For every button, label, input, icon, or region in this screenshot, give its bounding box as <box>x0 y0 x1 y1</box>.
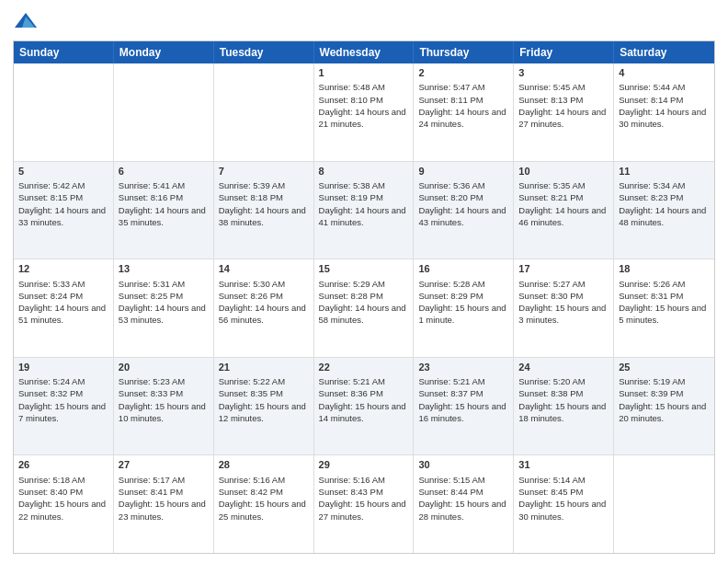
day-info: Sunrise: 5:45 AM Sunset: 8:13 PM Dayligh… <box>518 82 606 129</box>
calendar-cell: 2Sunrise: 5:47 AM Sunset: 8:11 PM Daylig… <box>414 63 514 161</box>
day-number: 1 <box>319 66 409 80</box>
page: SundayMondayTuesdayWednesdayThursdayFrid… <box>0 0 728 563</box>
day-number: 10 <box>518 165 609 178</box>
day-info: Sunrise: 5:15 AM Sunset: 8:44 PM Dayligh… <box>418 475 506 522</box>
calendar-cell: 31Sunrise: 5:14 AM Sunset: 8:45 PM Dayli… <box>514 455 614 553</box>
calendar-cell: 20Sunrise: 5:23 AM Sunset: 8:33 PM Dayli… <box>114 358 214 455</box>
day-info: Sunrise: 5:16 AM Sunset: 8:43 PM Dayligh… <box>319 475 406 522</box>
calendar-cell: 10Sunrise: 5:35 AM Sunset: 8:21 PM Dayli… <box>514 162 614 259</box>
day-info: Sunrise: 5:39 AM Sunset: 8:18 PM Dayligh… <box>219 180 306 227</box>
day-number: 6 <box>119 165 209 178</box>
day-number: 25 <box>619 361 710 374</box>
calendar-row-1: 5Sunrise: 5:42 AM Sunset: 8:15 PM Daylig… <box>14 161 714 259</box>
day-info: Sunrise: 5:17 AM Sunset: 8:41 PM Dayligh… <box>119 475 206 522</box>
day-number: 29 <box>319 458 409 472</box>
day-info: Sunrise: 5:21 AM Sunset: 8:36 PM Dayligh… <box>319 376 406 423</box>
day-number: 27 <box>119 458 209 472</box>
day-info: Sunrise: 5:21 AM Sunset: 8:37 PM Dayligh… <box>418 376 506 423</box>
calendar-cell: 25Sunrise: 5:19 AM Sunset: 8:39 PM Dayli… <box>614 358 714 455</box>
calendar-cell: 19Sunrise: 5:24 AM Sunset: 8:32 PM Dayli… <box>14 358 114 455</box>
day-info: Sunrise: 5:20 AM Sunset: 8:38 PM Dayligh… <box>518 376 606 423</box>
day-info: Sunrise: 5:16 AM Sunset: 8:42 PM Dayligh… <box>219 475 306 522</box>
calendar-cell <box>114 63 214 161</box>
day-number: 15 <box>319 262 409 276</box>
calendar-row-3: 19Sunrise: 5:24 AM Sunset: 8:32 PM Dayli… <box>14 357 714 455</box>
calendar-cell: 6Sunrise: 5:41 AM Sunset: 8:16 PM Daylig… <box>114 162 214 259</box>
day-number: 12 <box>18 262 108 276</box>
calendar-cell: 24Sunrise: 5:20 AM Sunset: 8:38 PM Dayli… <box>514 358 614 455</box>
day-number: 19 <box>18 361 108 374</box>
day-info: Sunrise: 5:14 AM Sunset: 8:45 PM Dayligh… <box>518 475 606 522</box>
calendar-cell: 21Sunrise: 5:22 AM Sunset: 8:35 PM Dayli… <box>214 358 314 455</box>
calendar-cell: 23Sunrise: 5:21 AM Sunset: 8:37 PM Dayli… <box>414 358 514 455</box>
calendar-cell: 28Sunrise: 5:16 AM Sunset: 8:42 PM Dayli… <box>214 455 314 553</box>
calendar-cell: 12Sunrise: 5:33 AM Sunset: 8:24 PM Dayli… <box>14 259 114 357</box>
calendar-row-4: 26Sunrise: 5:18 AM Sunset: 8:40 PM Dayli… <box>14 454 714 553</box>
day-number: 17 <box>518 262 609 276</box>
header-day-thursday: Thursday <box>414 41 514 63</box>
day-info: Sunrise: 5:33 AM Sunset: 8:24 PM Dayligh… <box>18 279 106 326</box>
calendar-cell: 7Sunrise: 5:39 AM Sunset: 8:18 PM Daylig… <box>214 162 314 259</box>
day-number: 28 <box>219 458 309 472</box>
day-number: 23 <box>418 361 508 374</box>
calendar-cell: 5Sunrise: 5:42 AM Sunset: 8:15 PM Daylig… <box>14 162 114 259</box>
day-number: 2 <box>418 66 508 80</box>
calendar-cell: 15Sunrise: 5:29 AM Sunset: 8:28 PM Dayli… <box>314 259 415 357</box>
day-info: Sunrise: 5:26 AM Sunset: 8:31 PM Dayligh… <box>619 279 706 326</box>
day-info: Sunrise: 5:31 AM Sunset: 8:25 PM Dayligh… <box>119 279 206 326</box>
calendar-cell: 14Sunrise: 5:30 AM Sunset: 8:26 PM Dayli… <box>214 259 314 357</box>
calendar-cell: 22Sunrise: 5:21 AM Sunset: 8:36 PM Dayli… <box>314 358 415 455</box>
day-info: Sunrise: 5:30 AM Sunset: 8:26 PM Dayligh… <box>219 279 306 326</box>
calendar-cell: 8Sunrise: 5:38 AM Sunset: 8:19 PM Daylig… <box>314 162 415 259</box>
day-number: 20 <box>119 361 209 374</box>
day-number: 8 <box>319 165 409 178</box>
calendar-row-2: 12Sunrise: 5:33 AM Sunset: 8:24 PM Dayli… <box>14 259 714 357</box>
day-number: 14 <box>219 262 309 276</box>
logo-icon <box>13 9 39 35</box>
day-number: 5 <box>18 165 108 178</box>
calendar-cell <box>14 63 114 161</box>
day-number: 26 <box>18 458 108 472</box>
day-info: Sunrise: 5:34 AM Sunset: 8:23 PM Dayligh… <box>619 180 706 227</box>
header <box>13 9 715 35</box>
day-info: Sunrise: 5:41 AM Sunset: 8:16 PM Dayligh… <box>119 180 206 227</box>
calendar-cell: 29Sunrise: 5:16 AM Sunset: 8:43 PM Dayli… <box>314 455 415 553</box>
day-number: 4 <box>619 66 710 80</box>
day-number: 3 <box>518 66 609 80</box>
header-day-wednesday: Wednesday <box>314 41 415 63</box>
calendar-cell: 27Sunrise: 5:17 AM Sunset: 8:41 PM Dayli… <box>114 455 214 553</box>
calendar-body: 1Sunrise: 5:48 AM Sunset: 8:10 PM Daylig… <box>14 63 714 553</box>
calendar-cell <box>214 63 314 161</box>
calendar-cell: 17Sunrise: 5:27 AM Sunset: 8:30 PM Dayli… <box>514 259 614 357</box>
day-number: 22 <box>319 361 409 374</box>
day-info: Sunrise: 5:29 AM Sunset: 8:28 PM Dayligh… <box>319 279 406 326</box>
calendar: SundayMondayTuesdayWednesdayThursdayFrid… <box>13 40 715 554</box>
header-day-tuesday: Tuesday <box>214 41 314 63</box>
calendar-cell <box>614 455 714 553</box>
header-day-sunday: Sunday <box>14 41 114 63</box>
calendar-cell: 16Sunrise: 5:28 AM Sunset: 8:29 PM Dayli… <box>414 259 514 357</box>
day-info: Sunrise: 5:44 AM Sunset: 8:14 PM Dayligh… <box>619 82 706 129</box>
day-number: 7 <box>219 165 309 178</box>
header-day-friday: Friday <box>514 41 614 63</box>
day-info: Sunrise: 5:24 AM Sunset: 8:32 PM Dayligh… <box>18 376 106 423</box>
day-number: 11 <box>619 165 710 178</box>
day-number: 31 <box>518 458 609 472</box>
header-day-monday: Monday <box>114 41 214 63</box>
day-info: Sunrise: 5:35 AM Sunset: 8:21 PM Dayligh… <box>518 180 606 227</box>
day-info: Sunrise: 5:47 AM Sunset: 8:11 PM Dayligh… <box>418 82 506 129</box>
header-day-saturday: Saturday <box>614 41 714 63</box>
calendar-cell: 9Sunrise: 5:36 AM Sunset: 8:20 PM Daylig… <box>414 162 514 259</box>
calendar-cell: 3Sunrise: 5:45 AM Sunset: 8:13 PM Daylig… <box>514 63 614 161</box>
day-info: Sunrise: 5:36 AM Sunset: 8:20 PM Dayligh… <box>418 180 506 227</box>
day-info: Sunrise: 5:48 AM Sunset: 8:10 PM Dayligh… <box>319 82 406 129</box>
day-number: 9 <box>418 165 508 178</box>
day-number: 13 <box>119 262 209 276</box>
calendar-cell: 4Sunrise: 5:44 AM Sunset: 8:14 PM Daylig… <box>614 63 714 161</box>
day-info: Sunrise: 5:42 AM Sunset: 8:15 PM Dayligh… <box>18 180 106 227</box>
day-info: Sunrise: 5:19 AM Sunset: 8:39 PM Dayligh… <box>619 376 706 423</box>
day-number: 24 <box>518 361 609 374</box>
logo <box>13 9 42 35</box>
calendar-cell: 26Sunrise: 5:18 AM Sunset: 8:40 PM Dayli… <box>14 455 114 553</box>
calendar-cell: 18Sunrise: 5:26 AM Sunset: 8:31 PM Dayli… <box>614 259 714 357</box>
